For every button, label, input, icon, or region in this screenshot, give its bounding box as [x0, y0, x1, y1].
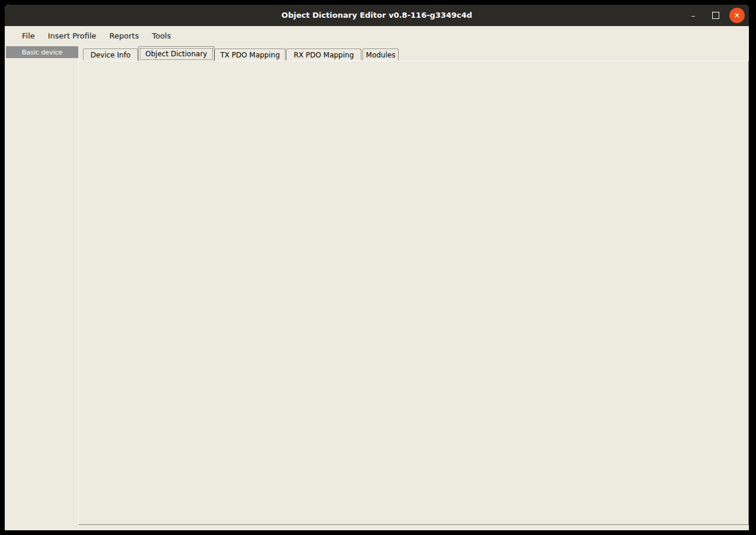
minimize-icon: – — [691, 11, 696, 20]
desktop-background: Object Dictionary Editor v0.8-116-g3349c… — [0, 0, 756, 535]
app-window: Object Dictionary Editor v0.8-116-g3349c… — [5, 5, 749, 530]
minimize-button[interactable]: – — [687, 9, 699, 21]
tab-tx-pdo-mapping[interactable]: TX PDO Mapping — [214, 49, 286, 60]
close-icon: ✕ — [734, 11, 740, 20]
menu-tools[interactable]: Tools — [145, 28, 177, 43]
menu-reports[interactable]: Reports — [103, 28, 146, 43]
tab-strip: Device Info Object Dictionary TX PDO Map… — [78, 46, 493, 61]
tab-label: Device Info — [91, 51, 131, 59]
window-title: Object Dictionary Editor v0.8-116-g3349c… — [5, 5, 749, 26]
tab-device-info[interactable]: Device Info — [83, 49, 138, 60]
maximize-icon — [712, 12, 719, 19]
tab-label: TX PDO Mapping — [220, 51, 280, 59]
maximize-button[interactable] — [710, 9, 722, 21]
close-button[interactable]: ✕ — [729, 8, 745, 23]
menu-file[interactable]: File — [15, 28, 41, 43]
device-tab-basic-device[interactable]: Basic device — [6, 46, 78, 58]
tab-label: Object Dictionary — [140, 48, 212, 60]
menu-bar: File Insert Profile Reports Tools — [5, 26, 749, 45]
tab-modules[interactable]: Modules — [363, 49, 399, 60]
device-tab-label: Basic device — [22, 49, 63, 56]
menu-insert-profile[interactable]: Insert Profile — [41, 28, 103, 43]
object-dictionary-panel — [78, 60, 749, 525]
tab-object-dictionary[interactable]: Object Dictionary — [138, 46, 214, 61]
tab-label: RX PDO Mapping — [294, 51, 354, 59]
titlebar[interactable]: Object Dictionary Editor v0.8-116-g3349c… — [5, 5, 749, 26]
tab-rx-pdo-mapping[interactable]: RX PDO Mapping — [286, 49, 361, 60]
tab-label: Modules — [366, 51, 396, 59]
